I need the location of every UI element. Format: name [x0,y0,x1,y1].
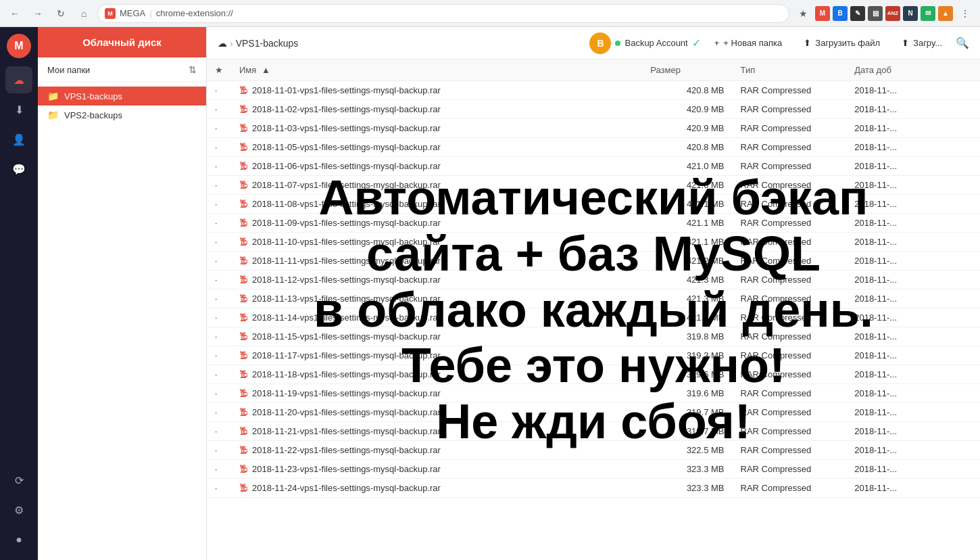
ext-mail[interactable]: ✉ [921,6,935,21]
file-name-cell[interactable]: 🗜 2018-11-03-vps1-files-settings-mysql-b… [231,119,642,138]
file-name-cell[interactable]: 🗜 2018-11-22-vps1-files-settings-mysql-b… [231,441,642,460]
file-name-cell[interactable]: 🗜 2018-11-11-vps1-files-settings-mysql-b… [231,252,642,271]
star-cell[interactable]: · [207,308,231,327]
file-name-cell[interactable]: 🗜 2018-11-15-vps1-files-settings-mysql-b… [231,327,642,346]
sidebar-item-settings[interactable]: ⚙ [5,496,32,523]
ext-triangle[interactable]: ▲ [938,6,953,21]
file-name-cell[interactable]: 🗜 2018-11-06-vps1-files-settings-mysql-b… [231,157,642,176]
star-cell[interactable]: · [207,479,231,498]
star-cell[interactable]: · [207,119,231,138]
ext-b[interactable]: B [833,6,848,21]
file-name-cell[interactable]: 🗜 2018-11-01-vps1-files-settings-mysql-b… [231,81,642,100]
ext-n[interactable]: N [903,6,918,21]
star-cell[interactable]: · [207,252,231,271]
search-button[interactable]: 🔍 [956,37,969,49]
table-row[interactable]: · 🗜 2018-11-07-vps1-files-settings-mysql… [207,176,980,195]
extensions-button[interactable]: ⋮ [956,4,975,23]
table-row[interactable]: · 🗜 2018-11-21-vps1-files-settings-mysql… [207,422,980,441]
sidebar-item-cloud[interactable]: ☁ [5,66,32,93]
star-cell[interactable]: · [207,327,231,346]
table-row[interactable]: · 🗜 2018-11-10-vps1-files-settings-mysql… [207,233,980,252]
star-cell[interactable]: · [207,100,231,119]
star-cell[interactable]: · [207,233,231,252]
table-row[interactable]: · 🗜 2018-11-23-vps1-files-settings-mysql… [207,460,980,479]
table-row[interactable]: · 🗜 2018-11-03-vps1-files-settings-mysql… [207,119,980,138]
col-type-header[interactable]: Тип [733,60,847,81]
sidebar-item-chat[interactable]: 💬 [5,156,32,183]
ext-mega[interactable]: M [815,6,830,21]
star-cell[interactable]: · [207,441,231,460]
file-name-cell[interactable]: 🗜 2018-11-08-vps1-files-settings-mysql-b… [231,195,642,214]
file-name-cell[interactable]: 🗜 2018-11-13-vps1-files-settings-mysql-b… [231,289,642,308]
new-folder-button[interactable]: + + Новая папка [706,34,791,52]
file-name-cell[interactable]: 🗜 2018-11-12-vps1-files-settings-mysql-b… [231,271,642,289]
star-cell[interactable]: · [207,195,231,214]
file-name-cell[interactable]: 🗜 2018-11-02-vps1-files-settings-mysql-b… [231,100,642,119]
folder-item-vps1[interactable]: 📁 VPS1-backups [38,87,206,106]
file-name-cell[interactable]: 🗜 2018-11-10-vps1-files-settings-mysql-b… [231,233,642,252]
file-name-cell[interactable]: 🗜 2018-11-07-vps1-files-settings-mysql-b… [231,176,642,195]
star-cell[interactable]: · [207,81,231,100]
table-row[interactable]: · 🗜 2018-11-05-vps1-files-settings-mysql… [207,138,980,157]
star-cell[interactable]: · [207,460,231,479]
table-row[interactable]: · 🗜 2018-11-06-vps1-files-settings-mysql… [207,157,980,176]
table-row[interactable]: · 🗜 2018-11-14-vps1-files-settings-mysql… [207,308,980,327]
table-row[interactable]: · 🗜 2018-11-15-vps1-files-settings-mysql… [207,327,980,346]
file-name-cell[interactable]: 🗜 2018-11-21-vps1-files-settings-mysql-b… [231,422,642,441]
table-row[interactable]: · 🗜 2018-11-11-vps1-files-settings-mysql… [207,252,980,271]
file-name-cell[interactable]: 🗜 2018-11-09-vps1-files-settings-mysql-b… [231,214,642,233]
table-row[interactable]: · 🗜 2018-11-22-vps1-files-settings-mysql… [207,441,980,460]
table-row[interactable]: · 🗜 2018-11-09-vps1-files-settings-mysql… [207,214,980,233]
table-row[interactable]: · 🗜 2018-11-24-vps1-files-settings-mysql… [207,479,980,498]
bookmark-button[interactable]: ★ [793,4,812,23]
star-cell[interactable]: · [207,384,231,403]
star-cell[interactable]: · [207,138,231,157]
col-name-header[interactable]: Имя ▲ [231,60,642,81]
table-row[interactable]: · 🗜 2018-11-20-vps1-files-settings-mysql… [207,403,980,422]
sidebar-logo[interactable]: M [7,34,31,58]
refresh-button[interactable]: ↻ [51,4,70,23]
file-name-cell[interactable]: 🗜 2018-11-20-vps1-files-settings-mysql-b… [231,403,642,422]
forward-button[interactable]: → [28,4,47,23]
table-row[interactable]: · 🗜 2018-11-18-vps1-files-settings-mysql… [207,365,980,384]
address-bar[interactable]: M MEGA | chrome-extension:// [97,4,789,23]
file-name-cell[interactable]: 🗜 2018-11-14-vps1-files-settings-mysql-b… [231,308,642,327]
table-row[interactable]: · 🗜 2018-11-01-vps1-files-settings-mysql… [207,81,980,100]
upload-file-button[interactable]: ⬆ Загрузить файл [795,34,888,52]
table-row[interactable]: · 🗜 2018-11-02-vps1-files-settings-mysql… [207,100,980,119]
table-row[interactable]: · 🗜 2018-11-19-vps1-files-settings-mysql… [207,384,980,403]
file-name-cell[interactable]: 🗜 2018-11-17-vps1-files-settings-mysql-b… [231,346,642,365]
star-cell[interactable]: · [207,157,231,176]
table-row[interactable]: · 🗜 2018-11-08-vps1-files-settings-mysql… [207,195,980,214]
file-name-cell[interactable]: 🗜 2018-11-24-vps1-files-settings-mysql-b… [231,479,642,498]
table-row[interactable]: · 🗜 2018-11-12-vps1-files-settings-mysql… [207,271,980,289]
star-cell[interactable]: · [207,214,231,233]
star-cell[interactable]: · [207,422,231,441]
star-cell[interactable]: · [207,403,231,422]
star-cell[interactable]: · [207,271,231,289]
file-name-cell[interactable]: 🗜 2018-11-19-vps1-files-settings-mysql-b… [231,384,642,403]
file-name-cell[interactable]: 🗜 2018-11-05-vps1-files-settings-mysql-b… [231,138,642,157]
folder-sort-button[interactable]: ⇅ [189,64,197,75]
star-cell[interactable]: · [207,346,231,365]
home-button[interactable]: ⌂ [74,4,93,23]
sidebar-item-contacts[interactable]: 👤 [5,126,32,153]
sidebar-item-account[interactable]: ● [5,526,32,553]
ext-pen[interactable]: ✎ [850,6,865,21]
col-size-header[interactable]: Размер [642,60,732,81]
star-cell[interactable]: · [207,176,231,195]
file-name-cell[interactable]: 🗜 2018-11-18-vps1-files-settings-mysql-b… [231,365,642,384]
sidebar-item-incoming[interactable]: ⬇ [5,96,32,123]
back-button[interactable]: ← [5,4,24,23]
col-date-header[interactable]: Дата доб [846,60,980,81]
star-cell[interactable]: · [207,365,231,384]
folder-item-vps2[interactable]: 📁 VPS2-backups [38,106,206,124]
ext-grid[interactable]: ▤ [868,6,883,21]
upload-extra-button[interactable]: ⬆ Загру... [893,34,950,52]
table-row[interactable]: · 🗜 2018-11-17-vps1-files-settings-mysql… [207,346,980,365]
sidebar-item-sync[interactable]: ⟳ [5,467,32,494]
table-row[interactable]: · 🗜 2018-11-13-vps1-files-settings-mysql… [207,289,980,308]
ext-anz[interactable]: ANZ [885,6,900,21]
file-name-cell[interactable]: 🗜 2018-11-23-vps1-files-settings-mysql-b… [231,460,642,479]
star-cell[interactable]: · [207,289,231,308]
